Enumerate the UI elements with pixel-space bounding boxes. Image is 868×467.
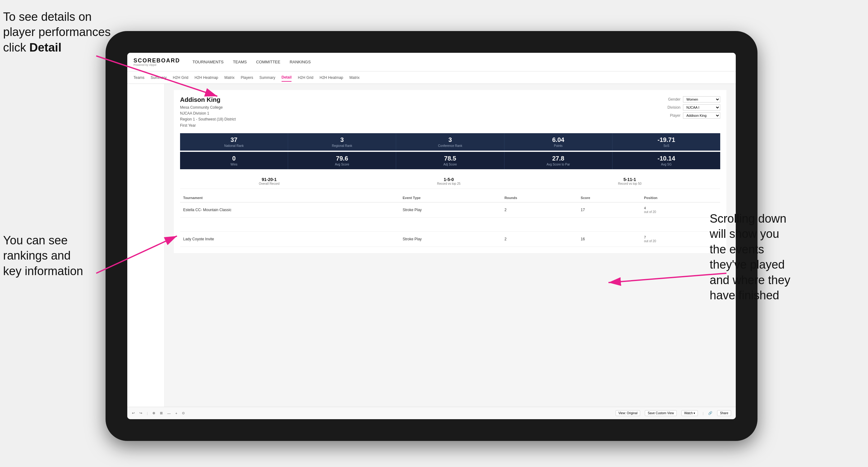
table-row: Lady Coyote Invite Stroke Play 2 16 7out… xyxy=(180,231,720,247)
division-select[interactable]: NJCAA I xyxy=(683,104,720,111)
adj-score-label: Adj Score xyxy=(399,163,501,166)
zoom-icon[interactable]: ⊕ xyxy=(152,411,155,415)
points-label: Points xyxy=(507,144,610,148)
nav-teams[interactable]: TEAMS xyxy=(233,58,247,66)
position: 4out of 20 xyxy=(641,202,720,217)
record-top25: 1-5-0 Record vs top 25 xyxy=(437,177,461,185)
division-label: Division xyxy=(663,105,681,110)
avg-score-value: 79.6 xyxy=(290,155,393,162)
ann-r-line1: Scrolling down xyxy=(710,212,786,225)
nav-rankings[interactable]: RANKINGS xyxy=(290,58,311,66)
tab-teams[interactable]: Teams xyxy=(133,74,144,81)
position: 7out of 20 xyxy=(641,231,720,247)
filter-player: Player Addison King xyxy=(663,113,720,119)
tablet-frame: SCOREBOARD Powered by clippd TOURNAMENTS… xyxy=(105,31,757,441)
tournament-name: Lady Coyote Invite xyxy=(180,231,400,247)
annotation-right: Scrolling down will show you the events … xyxy=(710,211,865,303)
watch-button[interactable]: Watch ▾ xyxy=(681,410,698,416)
tab-h2hheatmap1[interactable]: H2H Heatmap xyxy=(195,74,218,81)
player-info: Addison King Mesa Community College NJCA… xyxy=(180,96,236,129)
nav-committee[interactable]: COMMITTEE xyxy=(256,58,280,66)
tab-players[interactable]: Players xyxy=(241,74,253,81)
ann-bl-line1: You can see xyxy=(3,234,68,247)
stats-row2: 0 Wins 79.6 Avg Score 78.5 Adj Score 2 xyxy=(180,152,720,169)
filter-division: Division NJCAA I xyxy=(663,104,720,111)
ann-bl-line3: key information xyxy=(3,264,83,278)
top50-record-label: Record vs top 50 xyxy=(618,182,642,185)
tab-h2hheatmap2[interactable]: H2H Heatmap xyxy=(319,74,343,81)
conference-rank-label: Conference Rank xyxy=(399,144,501,148)
col-rounds: Rounds xyxy=(501,193,578,203)
bottom-toolbar: ↩ ↪ | ⊕ ⊞ — + ⊙ View: Original Save Cust… xyxy=(127,407,736,419)
clock-icon[interactable]: ⊙ xyxy=(182,411,185,415)
minus-icon[interactable]: — xyxy=(167,411,171,415)
col-position: Position xyxy=(641,193,720,203)
stat-adj-score: 78.5 Adj Score xyxy=(396,152,504,169)
rounds: 2 xyxy=(501,231,578,247)
player-header: Addison King Mesa Community College NJCA… xyxy=(180,96,720,129)
event-type: Stroke Play xyxy=(400,202,501,217)
gender-label: Gender xyxy=(663,97,681,101)
player-division: NJCAA Division 1 xyxy=(180,111,236,117)
annotation-bottom-left: You can see rankings and key information xyxy=(3,233,83,279)
national-rank-label: National Rank xyxy=(183,144,285,148)
tournament-table: Tournament Event Type Rounds Score Posit… xyxy=(180,193,720,247)
col-event-type: Event Type xyxy=(400,193,501,203)
toolbar-sep: | xyxy=(147,411,148,415)
top50-record-value: 5-11-1 xyxy=(618,177,642,182)
tab-matrix1[interactable]: Matrix xyxy=(224,74,235,81)
national-rank-value: 37 xyxy=(183,136,285,144)
avg-score-par-value: 27.8 xyxy=(507,155,610,162)
view-original-button[interactable]: View: Original xyxy=(616,410,641,416)
stat-avg-score: 79.6 Avg Score xyxy=(288,152,396,169)
stat-national-rank: 37 National Rank xyxy=(180,133,288,151)
nav-tournaments[interactable]: TOURNAMENTS xyxy=(192,58,223,66)
player-label: Player xyxy=(663,113,681,118)
score: 16 xyxy=(578,231,641,247)
annotation-text-line1: To see details on xyxy=(3,10,92,23)
ann-r-line3: the events xyxy=(710,243,764,256)
tab-h2hgrid2[interactable]: H2H Grid xyxy=(298,74,313,81)
share-button[interactable]: Share xyxy=(717,410,731,416)
conference-rank-value: 3 xyxy=(399,136,501,144)
annotation-top-left: To see details on player performances cl… xyxy=(3,9,111,55)
ann-r-line4: they've played xyxy=(710,258,785,271)
overall-record-label: Overall Record xyxy=(259,182,280,185)
annotation-text-line3: click Detail xyxy=(3,41,61,54)
undo-icon[interactable]: ↩ xyxy=(132,411,135,415)
save-custom-view-button[interactable]: Save Custom View xyxy=(645,410,677,416)
tournament-name: Estella CC- Mountain Classic xyxy=(180,202,400,217)
tab-h2hgrid1[interactable]: H2H Grid xyxy=(173,74,188,81)
tab-summary2[interactable]: Summary xyxy=(259,74,275,81)
logo-title: SCOREBOARD xyxy=(133,58,180,63)
share-icon: 🔗 xyxy=(708,411,712,415)
plus-icon[interactable]: + xyxy=(176,411,177,415)
records-row: 91-20-1 Overall Record 1-5-0 Record vs t… xyxy=(180,174,720,189)
tab-summary1[interactable]: Summary xyxy=(151,74,166,81)
player-year: First Year xyxy=(180,123,236,129)
main-nav: TOURNAMENTS TEAMS COMMITTEE RANKINGS xyxy=(192,58,311,66)
tab-matrix2[interactable]: Matrix xyxy=(349,74,360,81)
avg-sg-label: Avg SG xyxy=(615,163,718,166)
stat-conference-rank: 3 Conference Rank xyxy=(396,133,504,151)
stat-regional-rank: 3 Regional Rank xyxy=(288,133,396,151)
grid-icon[interactable]: ⊞ xyxy=(160,411,163,415)
ann-r-line5: and where they xyxy=(710,274,790,287)
scoreboard-logo: SCOREBOARD Powered by clippd xyxy=(133,58,180,66)
redo-icon[interactable]: ↪ xyxy=(140,411,142,415)
toolbar-sep2: | xyxy=(703,411,704,415)
filter-gender: Gender Women xyxy=(663,96,720,102)
points-value: 6.04 xyxy=(507,136,610,144)
player-filters: Gender Women Division NJCAA I xyxy=(663,96,720,129)
event-type: Stroke Play xyxy=(400,231,501,247)
rounds: 2 xyxy=(501,202,578,217)
top25-record-value: 1-5-0 xyxy=(437,177,461,182)
overall-record-value: 91-20-1 xyxy=(259,177,280,182)
player-select[interactable]: Addison King xyxy=(683,113,720,119)
table-row: Estella CC- Mountain Classic Stroke Play… xyxy=(180,202,720,217)
left-sidebar xyxy=(127,84,164,407)
tab-detail[interactable]: Detail xyxy=(282,73,292,82)
gender-select[interactable]: Women xyxy=(683,96,720,102)
tablet-screen: SCOREBOARD Powered by clippd TOURNAMENTS… xyxy=(127,53,736,419)
ann-r-line2: will show you xyxy=(710,227,779,240)
